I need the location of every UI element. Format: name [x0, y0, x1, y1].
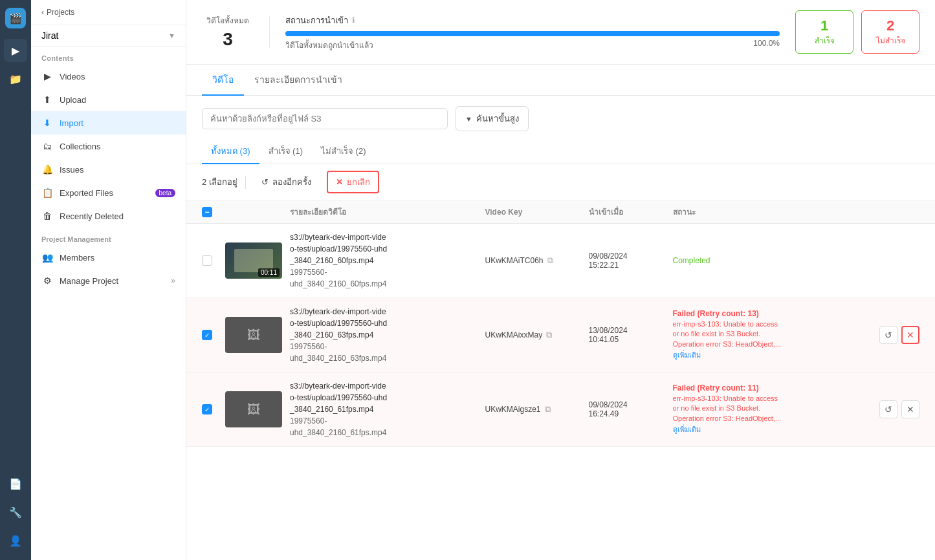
advanced-search-label: ค้นหาขั้นสูง	[476, 112, 519, 125]
sub-tab-success[interactable]: สำเร็จ (1)	[259, 139, 313, 164]
fail-card: 2 ไม่สำเร็จ	[861, 10, 919, 54]
progress-text: วิดีโอทั้งหมดถูกนำเข้าแล้ว 100.0%	[285, 39, 780, 51]
copy-icon[interactable]: ⧉	[545, 404, 551, 415]
app-logo[interactable]: 🎬	[5, 8, 26, 28]
table-header: − รายละเอียดวิดีโอ Video Key นำเข้าเมื่อ…	[186, 200, 935, 224]
row1-thumbnail: 00:11	[225, 242, 282, 279]
import-status: สถานะการนำเข้า ℹ วิดีโอทั้งหมดถูกนำเข้าแ…	[285, 14, 780, 51]
content-area: วิดีโอ รายละเอียดการนำเข้า ▼ ค้นหาขั้นสู…	[186, 65, 935, 560]
project-selector[interactable]: Jirat ▼	[31, 25, 186, 47]
tab-import-detail[interactable]: รายละเอียดการนำเข้า	[244, 65, 353, 96]
sidebar-item-collections[interactable]: 🗂 Collections	[31, 135, 186, 158]
iconbar-document[interactable]: 📄	[4, 472, 27, 495]
cancel-label: ยกเลิก	[347, 175, 370, 189]
fail-label: ไม่สำเร็จ	[875, 34, 906, 47]
members-icon: 👥	[41, 252, 53, 263]
table-row: 00:11 s3://byteark-dev-import-video-test…	[186, 224, 935, 298]
progress-label: วิดีโอทั้งหมดถูกนำเข้าแล้ว	[285, 39, 373, 51]
header-video-key: Video Key	[485, 208, 589, 217]
sub-tab-all[interactable]: ทั้งหมด (3)	[202, 139, 259, 164]
search-input[interactable]	[202, 108, 448, 129]
success-card: 1 สำเร็จ	[795, 10, 853, 54]
advanced-search-button[interactable]: ▼ ค้นหาขั้นสูง	[456, 106, 529, 131]
retry-button[interactable]: ↺ ลองอีกครั้ง	[254, 171, 319, 193]
sub-tabs: ทั้งหมด (3) สำเร็จ (1) ไม่สำเร็จ (2)	[186, 139, 935, 164]
upload-icon: ⬆	[41, 94, 53, 105]
row1-video-key: UKwKMAiTC06h ⧉	[485, 255, 589, 266]
sidebar-item-label: Manage Project	[60, 276, 118, 286]
sidebar-item-label: Recently Deleted	[60, 211, 124, 221]
header-detail: รายละเอียดวิดีโอ	[290, 206, 485, 218]
iconbar-folder[interactable]: 📁	[4, 67, 27, 91]
sidebar-item-label: Members	[60, 253, 94, 263]
row3-checkbox[interactable]: ✓	[202, 404, 212, 415]
table: − รายละเอียดวิดีโอ Video Key นำเข้าเมื่อ…	[186, 200, 935, 447]
iconbar-user[interactable]: 👤	[4, 529, 27, 552]
row1-thumb: 00:11	[225, 242, 290, 279]
sidebar-item-label: Upload	[60, 95, 86, 105]
filter-icon: ▼	[465, 115, 472, 123]
sidebar-item-manage-project[interactable]: ⚙ Manage Project »	[31, 269, 186, 292]
row2-thumbnail: 🖼	[225, 317, 282, 353]
total-num: 3	[202, 29, 254, 50]
row2-retry-button[interactable]: ↺	[879, 326, 897, 344]
iconbar-tools[interactable]: 🔧	[4, 501, 27, 524]
header-status: สถานะ	[673, 206, 868, 218]
import-status-label: สถานะการนำเข้า	[285, 14, 348, 27]
header-imported-at: นำเข้าเมื่อ	[589, 206, 673, 218]
row3-checkbox-cell: ✓	[202, 404, 225, 415]
import-icon: ⬇	[41, 118, 53, 128]
sidebar-item-recently-deleted[interactable]: 🗑 Recently Deleted	[31, 204, 186, 228]
row1-checkbox[interactable]	[202, 255, 212, 266]
see-more-link-row2[interactable]: ดูเพิ่มเติม	[673, 349, 868, 361]
sidebar-header: ‹ Projects	[31, 0, 186, 25]
row2-checkbox[interactable]: ✓	[202, 330, 212, 340]
see-more-link-row3[interactable]: ดูเพิ่มเติม	[673, 424, 868, 435]
main-content: วิดีโอทั้งหมด 3 สถานะการนำเข้า ℹ วิดีโอท…	[186, 0, 935, 560]
row2-date: 13/08/202410:41.05	[589, 326, 673, 344]
chevron-left-icon: ‹	[41, 8, 44, 17]
stats-bar: วิดีโอทั้งหมด 3 สถานะการนำเข้า ℹ วิดีโอท…	[186, 0, 935, 65]
row3-thumbnail: 🖼	[225, 391, 282, 427]
cancel-button[interactable]: ✕ ยกเลิก	[327, 171, 379, 193]
tab-video[interactable]: วิดีโอ	[202, 65, 244, 96]
fail-num: 2	[875, 17, 906, 34]
row3-retry-button[interactable]: ↺	[879, 400, 897, 418]
select-all-checkbox[interactable]: −	[202, 207, 212, 217]
sidebar-item-import[interactable]: ⬇ Import	[31, 111, 186, 135]
stats-divider	[269, 16, 270, 48]
back-to-projects[interactable]: ‹ Projects	[41, 8, 74, 17]
sidebar-item-members[interactable]: 👥 Members	[31, 246, 186, 269]
action-bar-separator	[245, 176, 246, 189]
retry-icon: ↺	[261, 177, 269, 187]
row3-date: 09/08/202416:24.49	[589, 400, 673, 418]
sidebar-item-label: Collections	[60, 142, 101, 151]
copy-icon[interactable]: ⧉	[546, 330, 552, 340]
sidebar-item-label: Videos	[60, 72, 85, 81]
filter-bar: ▼ ค้นหาขั้นสูง	[186, 96, 935, 139]
sub-tab-failed[interactable]: ไม่สำเร็จ (2)	[312, 139, 375, 164]
row3-cancel-button[interactable]: ✕	[901, 400, 919, 418]
exported-files-icon: 📋	[41, 188, 53, 198]
row3-video-key: UKwKMAigsze1 ⧉	[485, 404, 589, 415]
iconbar-play[interactable]: ▶	[4, 39, 27, 62]
sidebar-item-videos[interactable]: ▶ Videos	[31, 65, 186, 88]
copy-icon[interactable]: ⧉	[547, 255, 553, 266]
row3-details: s3://byteark-dev-import-video-test/uploa…	[290, 380, 485, 438]
row2-cancel-button[interactable]: ✕	[901, 326, 919, 344]
back-label: Projects	[47, 8, 74, 17]
sidebar: ‹ Projects Jirat ▼ Contents ▶ Videos ⬆ U…	[31, 0, 186, 560]
row3-status: Failed (Retry count: 11) err-imp-s3-103:…	[673, 383, 868, 435]
stats-cards: 1 สำเร็จ 2 ไม่สำเร็จ	[795, 10, 919, 54]
main-tabs: วิดีโอ รายละเอียดการนำเข้า	[186, 65, 935, 96]
row2-actions: ↺ ✕	[868, 326, 919, 344]
row1-status: Completed	[673, 256, 868, 265]
sidebar-item-upload[interactable]: ⬆ Upload	[31, 88, 186, 111]
collapse-icon: »	[171, 276, 175, 285]
row1-details: s3://byteark-dev-import-video-test/uploa…	[290, 232, 485, 290]
sidebar-item-exported-files[interactable]: 📋 Exported Files beta	[31, 181, 186, 204]
total-label: วิดีโอทั้งหมด	[202, 14, 254, 27]
video-duration: 00:11	[258, 268, 280, 277]
sidebar-item-issues[interactable]: 🔔 Issues	[31, 158, 186, 181]
project-mgmt-label: Project Management	[31, 228, 186, 246]
